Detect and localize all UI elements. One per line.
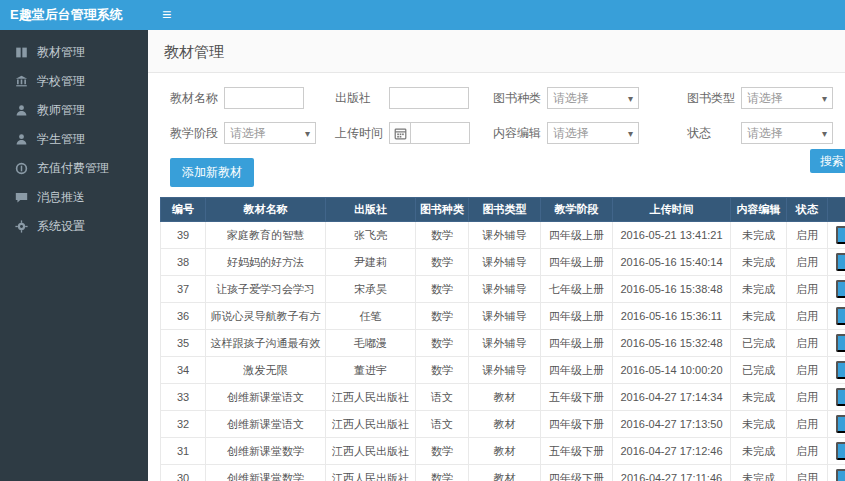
table-cell: 2016-05-21 13:41:21 [613, 222, 731, 249]
filter-field: 出版社 [335, 87, 483, 109]
chevron-down-icon: ▾ [305, 128, 310, 139]
table-cell: 课外辅导 [469, 357, 541, 384]
row-action-button[interactable] [836, 442, 845, 460]
filter-field: 状态请选择▾ [687, 122, 845, 144]
table-cell: 数学 [416, 276, 469, 303]
table-cell: 这样跟孩子沟通最有效 [206, 330, 326, 357]
row-action-button[interactable] [836, 361, 845, 379]
table-cell: 七年级上册 [541, 276, 613, 303]
upload-date-input[interactable] [410, 122, 470, 144]
table-cell: 创维新课堂语文 [206, 384, 326, 411]
teaching-stage-select[interactable]: 请选择▾ [224, 122, 316, 144]
topbar: E趣堂后台管理系统 ≡ [0, 0, 845, 30]
menu-toggle-icon[interactable]: ≡ [162, 7, 171, 23]
table-cell: 36 [161, 303, 206, 330]
table-cell: 宋承昊 [326, 276, 416, 303]
filter-label: 出版社 [335, 90, 389, 107]
table-cell: 39 [161, 222, 206, 249]
search-button[interactable]: 搜索 [810, 149, 845, 173]
filter-field: 教材名称 [170, 87, 325, 109]
table-row: 35这样跟孩子沟通最有效毛嘟漫数学课外辅导四年级上册2016-05-16 15:… [161, 330, 845, 357]
chevron-down-icon: ▾ [822, 93, 827, 104]
row-action-button[interactable] [836, 280, 845, 298]
table-cell: 未完成 [731, 411, 787, 438]
sidebar-item-0[interactable]: 教材管理 [0, 38, 148, 67]
table-cell: 33 [161, 384, 206, 411]
filter-label: 图书类型 [687, 90, 741, 107]
table-cell: 任笔 [326, 303, 416, 330]
sidebar-item-4[interactable]: 充值付费管理 [0, 154, 148, 183]
table-header-row: 编号教材名称出版社图书种类图书类型教学阶段上传时间内容编辑状态 [161, 198, 845, 222]
table-cell: 五年级下册 [541, 438, 613, 465]
row-action-button[interactable] [836, 307, 845, 325]
chevron-down-icon: ▾ [628, 128, 633, 139]
table-cell: 未完成 [731, 276, 787, 303]
book-type-select[interactable]: 请选择▾ [741, 87, 833, 109]
table-cell: 激发无限 [206, 357, 326, 384]
table-cell: 教材 [469, 411, 541, 438]
publisher-input[interactable] [389, 87, 469, 109]
book-category-select[interactable]: 请选择▾ [547, 87, 639, 109]
row-action-button[interactable] [836, 388, 845, 406]
table-row: 37让孩子爱学习会学习宋承昊数学课外辅导七年级上册2016-05-16 15:3… [161, 276, 845, 303]
table-cell: 四年级上册 [541, 303, 613, 330]
content-editor-select[interactable]: 请选择▾ [547, 122, 639, 144]
column-header: 图书类型 [469, 198, 541, 222]
table-cell: 教材 [469, 465, 541, 481]
table-cell: 2016-04-27 17:11:46 [613, 465, 731, 481]
sidebar-item-1[interactable]: 学校管理 [0, 67, 148, 96]
table-cell: 数学 [416, 303, 469, 330]
status-select[interactable]: 请选择▾ [741, 122, 833, 144]
row-action-button[interactable] [836, 469, 845, 481]
table-cell: 家庭教育的智慧 [206, 222, 326, 249]
actions-column-header [828, 198, 845, 222]
payment-icon [15, 162, 28, 175]
table-cell: 数学 [416, 465, 469, 481]
sidebar-item-label: 学校管理 [37, 73, 85, 90]
table-actions-cell [828, 357, 845, 384]
sidebar-item-5[interactable]: 消息推送 [0, 183, 148, 212]
table-row: 30创维新课堂数学江西人民出版社数学教材四年级下册2016-04-27 17:1… [161, 465, 845, 481]
table-cell: 2016-05-16 15:32:48 [613, 330, 731, 357]
calendar-icon[interactable] [389, 122, 411, 144]
filter-field: 内容编辑请选择▾ [493, 122, 677, 144]
row-action-button[interactable] [836, 415, 845, 433]
table-cell: 毛嘟漫 [326, 330, 416, 357]
filter-form: 教材名称出版社图书种类请选择▾图书类型请选择▾教学阶段请选择▾上传时间内容编辑请… [148, 73, 845, 144]
sidebar-item-6[interactable]: 系统设置 [0, 212, 148, 241]
select-value: 请选择 [230, 125, 266, 142]
table-cell: 江西人民出版社 [326, 411, 416, 438]
table-actions-cell [828, 330, 845, 357]
table-actions-cell [828, 465, 845, 481]
table-cell: 创维新课堂语文 [206, 411, 326, 438]
table-cell: 启用 [787, 411, 828, 438]
row-action-button[interactable] [836, 334, 845, 352]
textbook-name-input[interactable] [224, 87, 304, 109]
sidebar-item-3[interactable]: 学生管理 [0, 125, 148, 154]
table-cell: 尹建莉 [326, 249, 416, 276]
table-cell: 课外辅导 [469, 249, 541, 276]
table-cell: 江西人民出版社 [326, 384, 416, 411]
row-action-button[interactable] [836, 253, 845, 271]
filter-label: 上传时间 [335, 125, 389, 142]
filter-label: 教材名称 [170, 90, 224, 107]
chevron-down-icon: ▾ [822, 128, 827, 139]
table-cell: 2016-05-16 15:40:14 [613, 249, 731, 276]
table-actions-cell [828, 276, 845, 303]
table-cell: 未完成 [731, 438, 787, 465]
sidebar-item-2[interactable]: 教师管理 [0, 96, 148, 125]
table-cell: 教材 [469, 438, 541, 465]
table-actions-cell [828, 411, 845, 438]
add-textbook-button[interactable]: 添加新教材 [170, 158, 254, 187]
table-cell: 创维新课堂数学 [206, 438, 326, 465]
row-action-button[interactable] [836, 226, 845, 244]
table-cell: 启用 [787, 330, 828, 357]
table-cell: 张飞亮 [326, 222, 416, 249]
table-cell: 2016-05-16 15:36:11 [613, 303, 731, 330]
table-cell: 启用 [787, 438, 828, 465]
table-cell: 启用 [787, 384, 828, 411]
table-cell: 未完成 [731, 249, 787, 276]
table-cell: 五年级下册 [541, 384, 613, 411]
filter-label: 内容编辑 [493, 125, 547, 142]
sidebar-item-label: 系统设置 [37, 218, 85, 235]
